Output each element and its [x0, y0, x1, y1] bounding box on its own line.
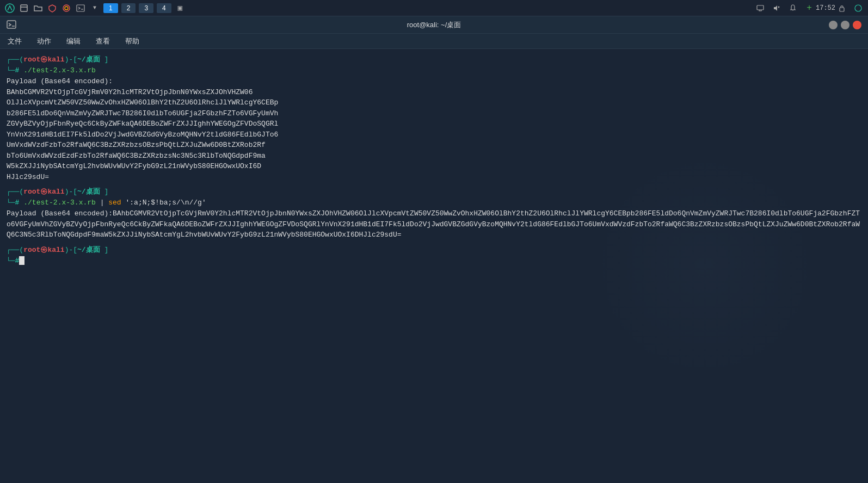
terminal-title-icon [7, 20, 17, 30]
svg-point-2 [63, 5, 70, 11]
menu-bar: 文件 动作 编辑 查看 帮助 [0, 34, 868, 49]
command-line-1: └─# ./test-2.x-3.x.rb [7, 65, 861, 76]
terminal-dropdown-icon[interactable]: ▼ [89, 3, 100, 14]
menu-file[interactable]: 文件 [4, 35, 25, 47]
output-block-2: Payload (Base64 encoded):BAhbCGMVR2VtOjp… [7, 208, 861, 240]
prompt-line-2: ┌──(root㉿kali)-[~/桌面 ] [7, 187, 861, 197]
prompt-bracket-end-1: ] [100, 55, 109, 64]
tab-1[interactable]: 1 [103, 3, 118, 13]
svg-rect-6 [840, 8, 844, 11]
menu-edit[interactable]: 编辑 [63, 35, 84, 47]
files-icon[interactable] [19, 3, 29, 14]
minimize-button[interactable] [829, 21, 838, 29]
prompt-user-1: root㉿kali [23, 55, 64, 64]
prompt-path-2: ~/桌面 [77, 188, 100, 196]
prompt-bracket-close-1: )-[ [65, 55, 77, 64]
prompt-bracket-open-2: ┌──( [7, 188, 23, 196]
prompt-user-2: root㉿kali [23, 188, 64, 196]
command-text-1: ./test-2.x-3.x.rb [19, 66, 95, 75]
prompt-bracket-end-3: ] [100, 246, 109, 254]
firefox-icon[interactable] [61, 3, 72, 14]
output-block-1: Payload (Base64 encoded): BAhbCGMVR2VtOj… [7, 76, 861, 182]
prompt-path-3: ~/桌面 [77, 246, 100, 254]
prompt-bracket-close-3: )-[ [65, 246, 77, 254]
system-bar-right: + 17:52 [755, 3, 864, 14]
window-controls [829, 21, 861, 29]
command-text-2: ./test-2.x-3.x.rb | sed ':a;N;$!ba;s/\n/… [19, 199, 206, 207]
command-line-2: └─# ./test-2.x-3.x.rb | sed ':a;N;$!ba;s… [7, 197, 861, 208]
system-bar: ▼ 1 2 3 4 ▣ + 17:52 [0, 0, 868, 16]
clock-icon: 17:52 [820, 3, 831, 14]
menu-help[interactable]: 帮助 [122, 35, 143, 47]
prompt-hash-3: # [15, 257, 20, 265]
prompt-line-1: ┌──(root㉿kali)-[~/桌面 ] [7, 54, 861, 65]
display-icon[interactable] [755, 3, 766, 14]
close-button[interactable] [853, 21, 861, 29]
tab-2[interactable]: 2 [121, 3, 136, 13]
maximize-button[interactable] [841, 21, 849, 29]
title-bar-left [7, 20, 39, 30]
kali-menu-icon[interactable] [853, 3, 864, 14]
prompt-user-3: root㉿kali [23, 246, 64, 254]
svg-point-3 [65, 7, 68, 10]
prompt-connector-1: └─ [7, 66, 15, 75]
terminal-window: root@kali: ~/桌面 文件 动作 编辑 查看 帮助 ┌──(root㉿… [0, 16, 868, 483]
prompt-connector-3: └─ [7, 257, 15, 265]
title-bar: root@kali: ~/桌面 [0, 16, 868, 34]
bell-icon[interactable] [787, 3, 798, 14]
prompt-bracket-open-1: ┌──( [7, 55, 23, 64]
prompt-bracket-open-3: ┌──( [7, 246, 23, 254]
terminal-cursor [19, 256, 24, 265]
svg-point-7 [855, 5, 861, 11]
svg-rect-8 [7, 21, 16, 28]
svg-rect-5 [757, 5, 764, 10]
system-bar-left: ▼ 1 2 3 4 ▣ [4, 3, 186, 14]
new-tab-icon[interactable]: ▣ [175, 3, 186, 14]
prompt-line-3: ┌──(root㉿kali)-[~/桌面 ] [7, 245, 861, 256]
svg-rect-1 [21, 5, 27, 11]
menu-view[interactable]: 查看 [93, 35, 113, 47]
shield-icon[interactable] [47, 3, 58, 14]
tab-3[interactable]: 3 [139, 3, 153, 13]
window-title: root@kali: ~/桌面 [39, 20, 829, 30]
kali-logo-icon[interactable] [4, 3, 15, 14]
tab-4[interactable]: 4 [157, 3, 171, 13]
menu-action[interactable]: 动作 [34, 35, 54, 47]
mute-icon[interactable] [771, 3, 782, 14]
prompt-bracket-end-2: ] [100, 188, 109, 196]
terminal-icon[interactable] [75, 3, 86, 14]
prompt-path-1: ~/桌面 [77, 55, 100, 64]
folder-icon[interactable] [33, 3, 44, 14]
prompt-connector-2: └─ [7, 199, 15, 207]
terminal-content[interactable]: ┌──(root㉿kali)-[~/桌面 ] └─# ./test-2.x-3.… [0, 49, 868, 483]
prompt-bracket-close-2: )-[ [65, 188, 77, 196]
sed-command: sed [108, 199, 121, 207]
command-line-3: └─# [7, 256, 861, 267]
plus-icon[interactable]: + [804, 3, 815, 14]
lock-icon[interactable] [836, 3, 847, 14]
